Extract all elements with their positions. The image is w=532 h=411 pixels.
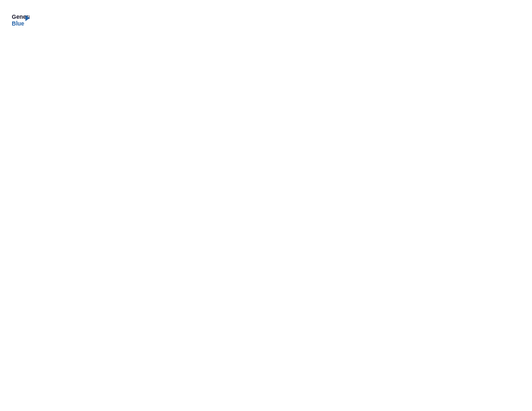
logo: General Blue bbox=[11, 11, 32, 30]
logo-icon: General Blue bbox=[11, 11, 30, 30]
svg-text:Blue: Blue bbox=[12, 20, 25, 27]
page-header: General Blue bbox=[11, 11, 521, 30]
